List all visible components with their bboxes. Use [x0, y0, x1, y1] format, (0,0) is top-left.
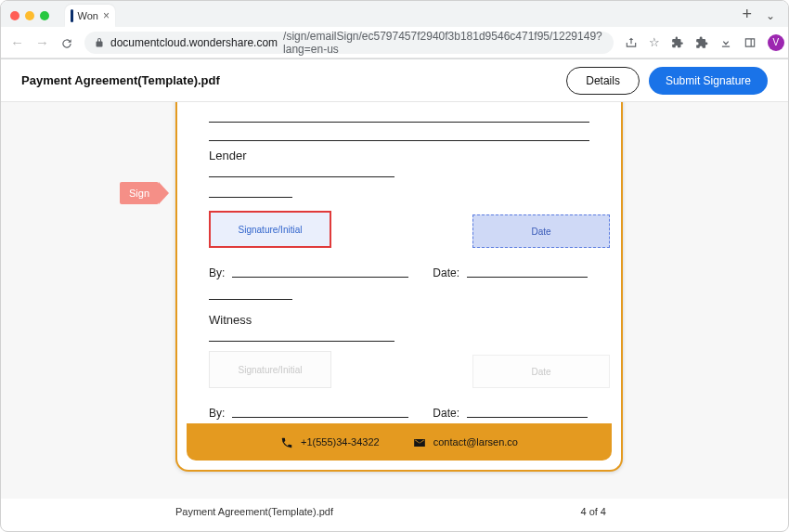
document-viewport[interactable]: Sign Lender Signature/Initial Date By: D… [1, 102, 788, 499]
signature-row-witness: Signature/Initial Date [209, 351, 589, 388]
share-icon[interactable] [625, 35, 638, 50]
footer-phone: +1(555)34-34322 [280, 435, 380, 449]
signature-field-witness[interactable]: Signature/Initial [209, 351, 331, 388]
details-button[interactable]: Details [566, 67, 640, 95]
by-date-row-lender: By: Date: [209, 266, 589, 279]
back-button[interactable]: ← [10, 34, 24, 50]
date-line [467, 416, 588, 418]
by-date-row-witness: By: Date: [209, 407, 589, 420]
date-line [467, 276, 588, 278]
by-line [232, 276, 408, 278]
tab-title: Won [78, 10, 98, 21]
phone-icon [280, 435, 293, 449]
underline-short [209, 185, 292, 198]
underline [209, 329, 394, 342]
minimize-window-icon[interactable] [25, 11, 34, 20]
by-label: By: [209, 407, 225, 420]
url-host: documentcloud.wondershare.com [110, 36, 278, 49]
chrome-actions: ☆ V ⋮ [625, 34, 789, 51]
favicon-icon [71, 9, 73, 22]
maximize-window-icon[interactable] [40, 11, 49, 20]
status-filename: Payment Agreement(Template).pdf [175, 506, 333, 517]
signature-row-lender: Signature/Initial Date [209, 211, 589, 248]
browser-chrome: Won × + ⌄ ← → documentcloud.wondershare.… [1, 1, 788, 59]
blank-line [209, 128, 589, 141]
document-footer: +1(555)34-34322 contact@larsen.co [187, 423, 612, 461]
lender-heading: Lender [209, 149, 589, 162]
page-indicator: 4 of 4 [580, 506, 606, 517]
sign-indicator-flag[interactable]: Sign [120, 182, 159, 204]
extensions-icon[interactable] [671, 35, 684, 50]
underline [209, 164, 394, 177]
panel-icon[interactable] [744, 35, 757, 50]
extension-puzzle-icon[interactable] [695, 35, 708, 50]
tab-bar: Won × + ⌄ [1, 1, 788, 27]
document-title: Payment Agreement(Template).pdf [21, 73, 220, 87]
profile-avatar[interactable]: V [768, 34, 784, 51]
new-tab-button[interactable]: + [742, 5, 752, 24]
date-label: Date: [433, 266, 459, 279]
close-window-icon[interactable] [10, 11, 19, 20]
window-controls [10, 11, 49, 20]
browser-tab[interactable]: Won × [65, 5, 115, 27]
forward-button[interactable]: → [35, 34, 49, 50]
blank-line [209, 110, 589, 123]
close-tab-icon[interactable]: × [103, 9, 110, 22]
url-path: /sign/emailSign/ec5797457f2940f3b181d954… [283, 30, 604, 56]
download-icon[interactable] [719, 35, 732, 50]
witness-heading: Witness [209, 313, 589, 327]
app-header: Payment Agreement(Template).pdf Details … [1, 59, 788, 102]
by-line [232, 416, 408, 418]
email-icon [413, 435, 426, 449]
date-field-lender[interactable]: Date [472, 214, 610, 248]
by-label: By: [209, 266, 225, 279]
underline-short [209, 287, 292, 300]
url-box[interactable]: documentcloud.wondershare.com/sign/email… [84, 32, 614, 54]
tabs-chevron-icon[interactable]: ⌄ [766, 9, 775, 22]
pdf-page: Lender Signature/Initial Date By: Date: … [175, 102, 623, 472]
reload-button[interactable] [60, 34, 73, 50]
address-bar-row: ← → documentcloud.wondershare.com/sign/e… [1, 27, 788, 58]
submit-signature-button[interactable]: Submit Signature [649, 67, 768, 95]
star-icon[interactable]: ☆ [649, 35, 660, 49]
date-label: Date: [433, 407, 459, 420]
date-field-witness[interactable]: Date [472, 355, 610, 388]
status-bar: Payment Agreement(Template).pdf 4 of 4 [1, 499, 788, 525]
footer-email: contact@larsen.co [413, 435, 518, 449]
lock-icon [94, 36, 105, 49]
signature-field-lender[interactable]: Signature/Initial [209, 211, 331, 248]
